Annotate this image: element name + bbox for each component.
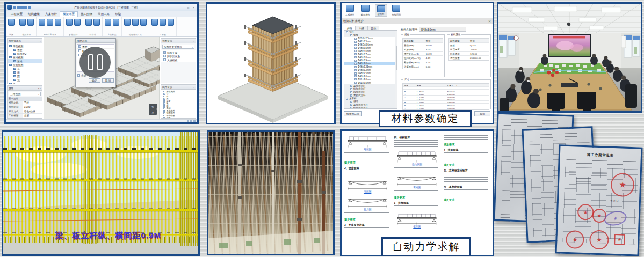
ribbon-tab[interactable]: 结构建模 [25, 12, 42, 17]
diagram-link[interactable]: 受力简图 [394, 163, 440, 166]
checkbox-icon[interactable] [163, 115, 165, 117]
ribbon-tool-icon[interactable] [105, 19, 111, 26]
ribbon-tab[interactable]: 方案设计 [42, 12, 60, 17]
reset-default-button[interactable]: 恢复默认值 [344, 111, 362, 116]
ribbon-tool-icon[interactable] [85, 19, 92, 26]
checkbox-icon[interactable] [354, 82, 357, 84]
checkbox-icon[interactable] [350, 85, 352, 87]
spec-row[interactable]: 抵抗矩W(cm^3) 4.49 [403, 56, 443, 60]
status-icon[interactable] [187, 120, 189, 122]
status-icon[interactable] [193, 120, 196, 122]
ribbon-tool-icon[interactable] [160, 19, 166, 26]
quick-access-icon[interactable] [24, 6, 27, 9]
window-control-button[interactable]: × [191, 5, 196, 10]
checkbox-icon[interactable] [354, 66, 357, 68]
orbit-icon[interactable]: ↻ [149, 104, 157, 109]
property-row[interactable]: 显示方式 着色+边线 [8, 109, 42, 114]
status-icon[interactable] [190, 120, 192, 122]
display-tree-item[interactable]: 模板支架 [161, 50, 196, 54]
checkbox-icon[interactable] [354, 63, 357, 65]
ribbon-tool-icon[interactable] [66, 19, 73, 26]
view-tree-item[interactable]: 南 [8, 70, 42, 74]
quick-access-icon[interactable] [17, 6, 20, 9]
component-name-field[interactable]: Φ48x3.0mm [419, 27, 466, 32]
checkbox-icon[interactable] [404, 105, 406, 106]
checkbox-icon[interactable] [354, 69, 357, 71]
property-row[interactable]: 视图比例 1:100 [8, 105, 42, 109]
checkbox-icon[interactable] [404, 89, 406, 89]
checkbox-icon[interactable] [163, 58, 166, 61]
display-mode-select[interactable]: 按构件类型显示 [162, 45, 194, 49]
toolbar-tool[interactable]: 工程特性 [344, 4, 356, 17]
checkbox-icon[interactable] [163, 105, 165, 107]
checkbox-icon[interactable] [354, 72, 357, 75]
view-tree-item[interactable]: 表 [8, 82, 42, 84]
checkbox-icon[interactable] [163, 112, 165, 114]
ribbon-tool-icon[interactable] [168, 19, 174, 26]
checkbox-icon[interactable] [163, 102, 165, 105]
scrollbar[interactable] [395, 31, 397, 108]
material-tree-item[interactable]: 轮扣式水平杆 [344, 106, 397, 109]
checkbox-icon[interactable] [354, 41, 357, 43]
quick-access-icon[interactable] [13, 6, 16, 9]
pin-icon[interactable]: ▪ × [38, 87, 41, 90]
checkbox-icon[interactable] [354, 47, 357, 49]
pin-icon[interactable]: ▪ × [192, 86, 194, 89]
window-control-button[interactable]: – [180, 5, 185, 10]
ribbon-tool-icon[interactable] [19, 19, 26, 26]
checkbox-icon[interactable] [354, 78, 357, 80]
checkbox-icon[interactable] [163, 117, 165, 118]
checkbox-icon[interactable] [404, 91, 406, 92]
view-tree-item[interactable]: 立面视图 [8, 63, 42, 67]
view-tree-item[interactable]: 三维视图 [8, 55, 42, 59]
display-tree-item[interactable]: 大钢模板 [161, 58, 196, 62]
ribbon-tab[interactable]: 工程设置 [8, 12, 25, 17]
diagram-link[interactable]: 弯矩图 [344, 148, 390, 151]
ribbon-tool-icon[interactable] [8, 19, 15, 26]
close-icon[interactable]: ✕ [488, 19, 491, 23]
ribbon-tool-icon[interactable] [47, 19, 53, 26]
pin-icon[interactable]: ▪ × [192, 40, 194, 42]
checkbox-icon[interactable] [404, 94, 406, 94]
ribbon-tool-icon[interactable] [39, 19, 45, 26]
ribbon-tool-icon[interactable] [55, 19, 61, 26]
view-tree-item[interactable]: 北 [8, 78, 42, 82]
quick-access-icon[interactable] [20, 6, 24, 9]
checkbox-icon[interactable] [404, 97, 406, 97]
checkbox-icon[interactable] [404, 108, 406, 109]
view-tree-item[interactable]: 东 [8, 67, 42, 70]
checkbox-icon[interactable] [354, 56, 357, 58]
material-prop-row[interactable]: 钢材 Q235 [449, 43, 489, 47]
material-prop-row[interactable]: 抗剪强度 120.00 [449, 52, 489, 56]
checkbox-icon[interactable] [350, 107, 352, 109]
spec-row[interactable]: 截面积A(cm^2) 4.24 [403, 60, 443, 64]
close-icon[interactable]: ✕ [149, 109, 157, 115]
property-row[interactable]: 视图名称 三维 [8, 101, 42, 105]
checkbox-icon[interactable] [163, 96, 165, 98]
video-pause-overlay[interactable] [79, 47, 111, 78]
pin-icon[interactable]: ▪ × [38, 40, 41, 42]
window-control-button[interactable]: □ [186, 5, 191, 10]
checkbox-icon[interactable] [163, 107, 165, 109]
ribbon-tab[interactable]: 施工图纸 [78, 12, 95, 17]
display-tree-item[interactable]: 脚手架体系 [161, 54, 196, 58]
spec-row[interactable]: 计算厚度(mm) 6.00 [403, 64, 443, 69]
checkbox-icon[interactable] [346, 31, 348, 33]
ribbon-tool-icon[interactable] [93, 19, 100, 26]
toolbar-tool[interactable]: 智能识别 [390, 4, 403, 17]
property-row[interactable]: 工作楼层 首层 [8, 114, 42, 118]
checkbox-icon[interactable] [77, 74, 80, 77]
checkbox-icon[interactable] [354, 53, 357, 55]
ribbon-tool-icon[interactable] [140, 19, 147, 26]
ribbon-tool-icon[interactable] [151, 19, 158, 26]
spec-row[interactable]: 直径(mm) 48.00 [403, 43, 443, 47]
diagram-link[interactable]: 弯矩图 [394, 186, 440, 189]
ribbon-tool-icon[interactable] [74, 19, 81, 26]
checkbox-icon[interactable] [350, 101, 352, 103]
ribbon-tool-icon[interactable] [132, 19, 139, 26]
checkbox-icon[interactable] [350, 34, 352, 36]
cancel-button[interactable]: 取消 [102, 78, 114, 83]
diagram-link[interactable]: 变形图 [344, 190, 390, 193]
checkbox-icon[interactable] [163, 110, 165, 112]
checkbox-icon[interactable] [354, 44, 357, 46]
